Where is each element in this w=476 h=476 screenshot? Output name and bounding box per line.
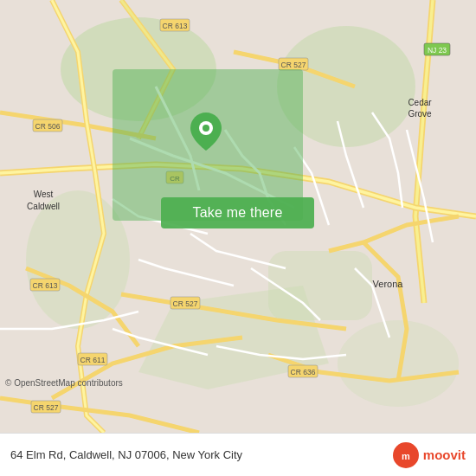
svg-text:CR 527: CR 527 <box>281 61 306 69</box>
moovit-text: moovit <box>423 447 466 462</box>
openstreetmap-credit: © OpenStreetMap contributors <box>5 378 123 388</box>
svg-text:CR 527: CR 527 <box>34 403 59 412</box>
bottom-bar: 64 Elm Rd, Caldwell, NJ 07006, New York … <box>0 433 476 476</box>
svg-point-33 <box>203 125 209 132</box>
svg-point-5 <box>338 320 459 407</box>
moovit-logo-icon: m <box>392 441 420 469</box>
svg-text:CR 527: CR 527 <box>173 299 198 308</box>
address-label: 64 Elm Rd, Caldwell, NJ 07006, New York … <box>10 448 242 461</box>
map-container: CR 613 NJ 23 CR 527 CR 506 Cedar Grove W… <box>0 0 476 433</box>
moovit-logo: m moovit <box>392 441 466 469</box>
svg-rect-6 <box>268 251 372 320</box>
svg-text:CR 613: CR 613 <box>163 22 188 30</box>
svg-text:Grove: Grove <box>408 109 432 119</box>
take-me-there-button[interactable]: Take me there <box>161 197 314 228</box>
svg-text:CR 506: CR 506 <box>35 122 61 131</box>
svg-text:CR 636: CR 636 <box>291 368 316 376</box>
svg-text:m: m <box>402 451 410 461</box>
svg-text:Verona: Verona <box>373 279 404 289</box>
svg-text:CR 613: CR 613 <box>33 281 58 290</box>
location-pin <box>190 113 222 151</box>
svg-text:Caldwell: Caldwell <box>27 202 60 211</box>
svg-text:Cedar: Cedar <box>408 98 432 107</box>
svg-text:CR 611: CR 611 <box>80 356 106 364</box>
svg-text:NJ 23: NJ 23 <box>428 46 447 55</box>
svg-text:West: West <box>34 190 54 199</box>
